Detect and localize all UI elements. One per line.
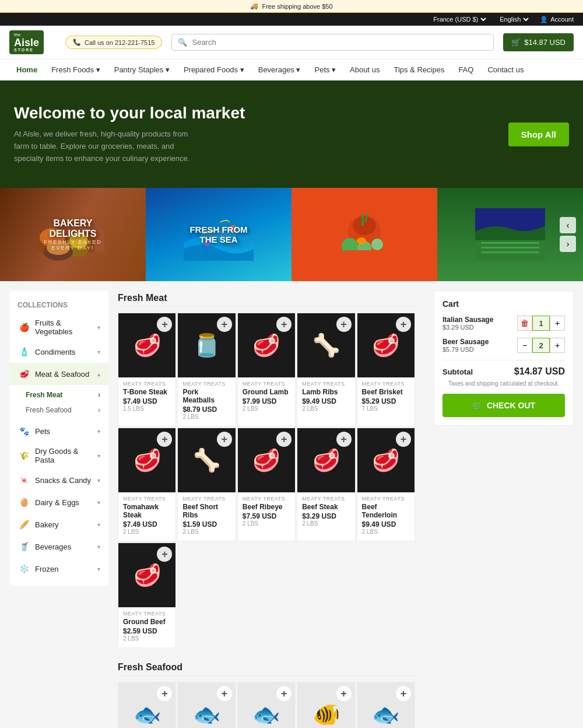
seafood-product-card-2[interactable]: 🐟 + OCEAN'S BOUNTY Tuna $6.29 USD 2 LBS bbox=[237, 682, 296, 728]
product-weight: 2 LBS bbox=[123, 635, 171, 642]
product-emoji: 🐟 bbox=[134, 702, 161, 727]
add-to-cart-button[interactable]: + bbox=[157, 686, 172, 701]
product-weight: 2 LBS bbox=[123, 528, 171, 535]
sidebar-item-beverages[interactable]: 🥤 Beverages ▾ bbox=[9, 536, 108, 558]
svg-rect-5 bbox=[95, 229, 104, 252]
banner-sea[interactable]: FRESH FROMTHE SEA bbox=[146, 188, 292, 281]
phone-badge[interactable]: 📞 Call us on 212-221-7515 bbox=[65, 36, 162, 49]
add-to-cart-button[interactable]: + bbox=[396, 686, 411, 701]
meat-product-card-0[interactable]: 🥩 + MEATY TREATS T-Bone Steak $7.49 USD … bbox=[118, 313, 176, 426]
logo[interactable]: the Aisle STORE bbox=[9, 30, 56, 54]
language-selector[interactable]: English bbox=[497, 15, 531, 23]
banner-row: BAKERY DELIGHTS FRESHLY BAKED EVERY DAY!… bbox=[0, 188, 583, 281]
sidebar-item-bakery[interactable]: 🥖 Bakery ▾ bbox=[9, 513, 108, 536]
cart-decrease-button-1[interactable]: − bbox=[517, 338, 532, 353]
account-link[interactable]: 👤 Account bbox=[540, 16, 574, 23]
search-bar[interactable]: 🔍 bbox=[171, 34, 494, 51]
veg-svg bbox=[329, 208, 399, 261]
cart-checkout-icon: 🛒 bbox=[472, 401, 482, 410]
main-nav: Home Fresh Foods ▾ Pantry Staples ▾ Prep… bbox=[0, 60, 583, 80]
search-input[interactable] bbox=[192, 38, 487, 47]
nav-home[interactable]: Home bbox=[9, 60, 44, 80]
add-to-cart-button[interactable]: + bbox=[157, 317, 172, 332]
nav-prepared[interactable]: Prepared Foods ▾ bbox=[177, 60, 251, 80]
shop-all-button[interactable]: Shop All bbox=[508, 123, 569, 146]
add-to-cart-button[interactable]: + bbox=[396, 317, 411, 332]
product-price: $7.49 USD bbox=[123, 520, 171, 528]
nav-tips[interactable]: Tips & Recipes bbox=[387, 60, 451, 80]
add-to-cart-button[interactable]: + bbox=[396, 432, 411, 447]
cart-increase-button-0[interactable]: + bbox=[550, 316, 565, 331]
svg-rect-13 bbox=[361, 214, 364, 226]
cart-item-price-0: $3.29 USD bbox=[442, 324, 493, 331]
checkout-button[interactable]: 🛒 CHECK OUT bbox=[442, 394, 565, 417]
bakery-svg bbox=[32, 205, 114, 264]
meat-product-card-2[interactable]: 🥩 + MEATY TREATS Ground Lamb $7.99 USD 2… bbox=[237, 313, 296, 426]
meat-product-card-9[interactable]: 🥩 + MEATY TREATS Beef Tenderloin $9.49 U… bbox=[357, 428, 415, 541]
sidebar-item-frozen[interactable]: ❄️ Frozen ▾ bbox=[9, 558, 108, 580]
add-to-cart-button[interactable]: + bbox=[217, 686, 232, 701]
meat-product-card-4[interactable]: 🥩 + MEATY TREATS Beef Brisket $5.29 USD … bbox=[357, 313, 415, 426]
checkout-label: CHECK OUT bbox=[487, 401, 535, 410]
cart-button[interactable]: 🛒 $14.87 USD bbox=[503, 33, 574, 51]
product-emoji: 🦴 bbox=[312, 332, 340, 358]
sidebar-snacks-label: Snacks & Candy bbox=[35, 476, 93, 485]
sidebar-item-dry-goods[interactable]: 🌾 Dry Goods & Pasta ▾ bbox=[9, 442, 108, 469]
cart-delete-button-0[interactable]: 🗑 bbox=[517, 316, 532, 331]
cart-qty-0: 1 bbox=[532, 316, 550, 331]
bakery-icon: 🥖 bbox=[17, 518, 30, 531]
product-price: $9.49 USD bbox=[302, 397, 350, 405]
add-to-cart-button[interactable]: + bbox=[336, 686, 352, 701]
sidebar-item-snacks[interactable]: 🍬 Snacks & Candy ▾ bbox=[9, 469, 108, 491]
add-to-cart-button[interactable]: + bbox=[157, 547, 172, 562]
sidebar-item-dairy[interactable]: 🥚 Dairy & Eggs ▾ bbox=[9, 491, 108, 513]
frozen-icon: ❄️ bbox=[17, 562, 30, 575]
banner-bakery[interactable]: BAKERY DELIGHTS FRESHLY BAKED EVERY DAY! bbox=[0, 188, 146, 281]
nav-beverages[interactable]: Beverages ▾ bbox=[251, 60, 308, 80]
nav-fresh-foods[interactable]: Fresh Foods ▾ bbox=[44, 60, 107, 80]
meat-product-card-3[interactable]: 🦴 + MEATY TREATS Lamb Ribs $9.49 USD 2 L… bbox=[297, 313, 355, 426]
banner-next-button[interactable]: › bbox=[560, 236, 576, 252]
hero-text: Welcome to your local market At Aisle, w… bbox=[14, 104, 245, 164]
nav-contact[interactable]: Contact us bbox=[480, 60, 531, 80]
add-to-cart-button[interactable]: + bbox=[276, 317, 292, 332]
phone-icon: 📞 bbox=[73, 38, 81, 46]
meat-product-card-7[interactable]: 🥩 + MEATY TREATS Beef Ribeye $7.59 USD 2… bbox=[237, 428, 296, 541]
banner-prev-button[interactable]: ‹ bbox=[560, 217, 576, 233]
region-selector[interactable]: France (USD $) bbox=[431, 15, 488, 23]
nav-pets[interactable]: Pets ▾ bbox=[307, 60, 343, 80]
banner-vegetables[interactable] bbox=[292, 188, 437, 281]
product-weight: 2 LBS bbox=[243, 520, 290, 527]
add-to-cart-button[interactable]: + bbox=[276, 686, 292, 701]
chevron-down-icon: ▾ bbox=[97, 349, 100, 355]
add-to-cart-button[interactable]: + bbox=[157, 432, 172, 447]
sidebar-item-meat[interactable]: 🥩 Meat & Seafood ▴ bbox=[9, 363, 108, 385]
seafood-product-card-3[interactable]: 🐠 + OCEAN'S BOUNTY Red Mullet $2.79 USD … bbox=[297, 682, 355, 728]
seafood-product-card-0[interactable]: 🐟 + OCEAN'S BOUNTY Bonito $2.49 USD 2 LB… bbox=[118, 682, 176, 728]
add-to-cart-button[interactable]: + bbox=[276, 432, 292, 447]
nav-faq[interactable]: FAQ bbox=[451, 60, 480, 80]
product-brand: MEATY TREATS bbox=[362, 381, 410, 387]
sidebar-sub-fresh-seafood[interactable]: Fresh Seafood › bbox=[9, 402, 108, 418]
seafood-product-card-1[interactable]: 🐟 + OCEAN'S BOUNTY Bluefish $3.49 USD 2 … bbox=[177, 682, 236, 728]
sidebar-sub-fresh-meat[interactable]: Fresh Meat › bbox=[9, 387, 108, 402]
meat-product-card-6[interactable]: 🦴 + MEATY TREATS Beef Short Ribs $1.59 U… bbox=[177, 428, 236, 541]
meat-product-card-10[interactable]: 🥩 + MEATY TREATS Ground Beef $2.59 USD 2… bbox=[118, 542, 176, 648]
meat-product-card-8[interactable]: 🥩 + MEATY TREATS Beef Steak $3.29 USD 2 … bbox=[297, 428, 355, 541]
add-to-cart-button[interactable]: + bbox=[336, 317, 352, 332]
add-to-cart-button[interactable]: + bbox=[217, 317, 232, 332]
sidebar-item-condiments[interactable]: 🧴 Condiments ▾ bbox=[9, 341, 108, 363]
nav-pantry[interactable]: Pantry Staples ▾ bbox=[107, 60, 177, 80]
sidebar-item-pets[interactable]: 🐾 Pets ▾ bbox=[9, 420, 108, 442]
cart-tax-note: Taxes and shipping calculated at checkou… bbox=[442, 380, 565, 387]
svg-point-12 bbox=[353, 216, 376, 235]
add-to-cart-button[interactable]: + bbox=[217, 432, 232, 447]
product-brand: MEATY TREATS bbox=[123, 381, 171, 387]
nav-about[interactable]: About us bbox=[343, 60, 387, 80]
add-to-cart-button[interactable]: + bbox=[336, 432, 352, 447]
cart-increase-button-1[interactable]: + bbox=[550, 338, 565, 353]
meat-product-card-1[interactable]: 🫙 + MEATY TREATS Pork Meatballs $8.79 US… bbox=[177, 313, 236, 426]
seafood-product-card-4[interactable]: 🐟 + OCEAN'S BOUNTY Anchovy $5.99 USD 2 L… bbox=[357, 682, 415, 728]
sidebar-item-fruits[interactable]: 🍎 Fruits & Vegetables ▾ bbox=[9, 314, 108, 341]
meat-product-card-5[interactable]: 🥩 + MEATY TREATS Tomahawk Steak $7.49 US… bbox=[118, 428, 176, 541]
